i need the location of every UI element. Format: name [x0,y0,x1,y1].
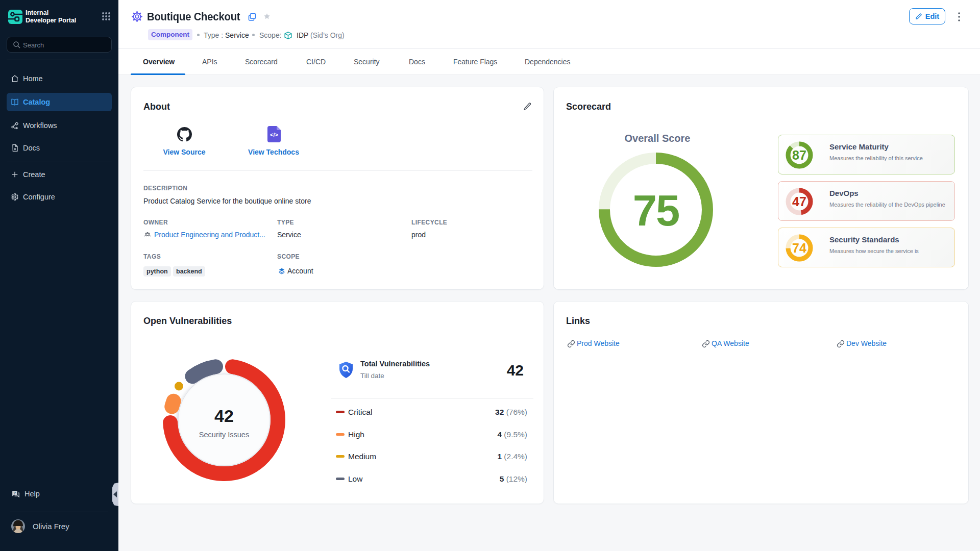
svg-text:42: 42 [214,406,234,425]
svg-text:75: 75 [633,186,679,235]
svg-text:Security Issues: Security Issues [199,431,249,439]
svg-text:74: 74 [792,241,806,255]
svg-text:?: ? [14,491,16,495]
svg-text:47: 47 [792,194,806,209]
svg-text:87: 87 [792,148,806,162]
svg-text:</>: </> [270,132,278,138]
